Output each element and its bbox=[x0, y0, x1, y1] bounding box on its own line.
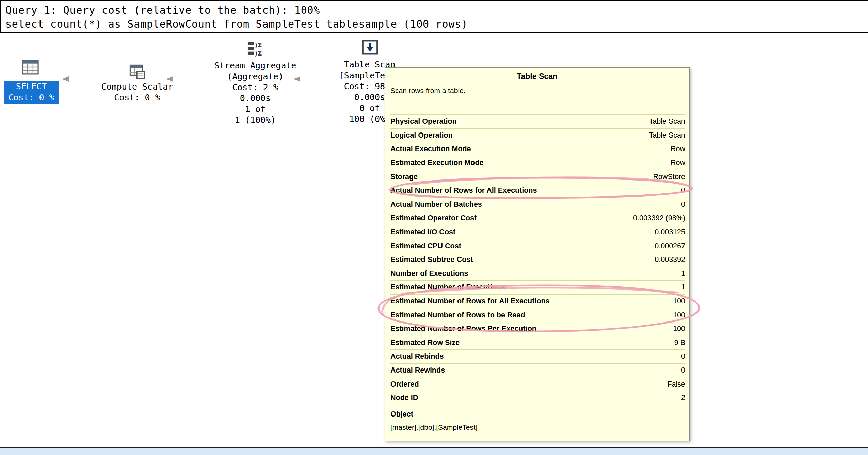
property-label: Estimated Row Size bbox=[390, 339, 460, 347]
property-label: Estimated Number of Rows to be Read bbox=[390, 311, 525, 319]
property-label: Estimated I/O Cost bbox=[390, 228, 455, 236]
property-row: Actual Execution ModeRow bbox=[390, 142, 685, 156]
property-label: Node ID bbox=[390, 394, 418, 402]
property-value: 0 bbox=[681, 186, 685, 195]
property-label: Actual Rebinds bbox=[390, 352, 444, 361]
property-value: 100 bbox=[673, 297, 685, 305]
property-value: Row bbox=[671, 159, 685, 167]
property-row: StorageRowStore bbox=[390, 170, 685, 184]
property-label: Logical Operation bbox=[390, 131, 453, 140]
property-value: 9 B bbox=[674, 339, 685, 347]
property-label: Ordered bbox=[390, 380, 419, 389]
property-label: Actual Number of Rows for All Executions bbox=[390, 186, 537, 195]
property-label: Estimated Number of Rows Per Execution bbox=[390, 325, 536, 333]
property-row: Estimated Row Size9 B bbox=[390, 336, 685, 350]
property-row: Number of Executions1 bbox=[390, 267, 685, 281]
property-row: Estimated Number of Rows to be Read100 bbox=[390, 308, 685, 322]
property-value: 2 bbox=[681, 394, 685, 402]
property-label: Actual Rewinds bbox=[390, 366, 445, 375]
property-value: RowStore bbox=[653, 173, 685, 181]
compute-scalar-icon bbox=[128, 63, 146, 81]
property-value: 0.003392 bbox=[655, 255, 685, 264]
svg-text:⟩Σ: ⟩Σ bbox=[255, 49, 262, 57]
property-label: Physical Operation bbox=[390, 117, 457, 126]
property-value: 100 bbox=[673, 325, 685, 333]
property-row: Physical OperationTable Scan bbox=[390, 115, 685, 129]
query-cost-line: Query 1: Query cost (relative to the bat… bbox=[5, 3, 868, 17]
property-row: Estimated Number of Rows for All Executi… bbox=[390, 295, 685, 309]
property-row: Estimated Execution ModeRow bbox=[390, 156, 685, 170]
tooltip-table-scan: Table Scan Scan rows from a table. Physi… bbox=[385, 67, 690, 441]
property-value: 0.003125 bbox=[655, 228, 685, 236]
execution-plan-page: Query 1: Query cost (relative to the bat… bbox=[0, 0, 868, 455]
svg-text:⟩Σ: ⟩Σ bbox=[255, 41, 262, 49]
property-value: 0 bbox=[681, 352, 685, 361]
property-label: Estimated Subtree Cost bbox=[390, 255, 473, 264]
tooltip-description: Scan rows from a table. bbox=[390, 87, 466, 95]
select-node-label[interactable]: SELECT Cost: 0 % bbox=[4, 81, 59, 104]
property-value: 1 bbox=[681, 283, 685, 292]
horizontal-scrollbar[interactable] bbox=[0, 448, 868, 455]
property-label: Actual Number of Batches bbox=[390, 200, 482, 209]
compute-scalar-label: Compute Scalar Cost: 0 % bbox=[86, 81, 188, 103]
select-result-icon bbox=[21, 58, 39, 76]
property-value: Row bbox=[671, 145, 685, 153]
property-row: Actual Number of Batches0 bbox=[390, 198, 685, 212]
stream-aggregate-icon: ⟩Σ ⟩Σ bbox=[246, 40, 264, 58]
property-label: Estimated CPU Cost bbox=[390, 242, 461, 250]
property-label: Estimated Execution Mode bbox=[390, 159, 484, 167]
property-label: Estimated Number of Rows for All Executi… bbox=[390, 297, 550, 305]
stream-aggregate-label: Stream Aggregate (Aggregate) Cost: 2 % 0… bbox=[204, 60, 306, 126]
header-divider bbox=[0, 32, 868, 33]
select-node-title: SELECT bbox=[4, 81, 59, 92]
property-label: Number of Executions bbox=[390, 269, 468, 278]
property-row: Logical OperationTable Scan bbox=[390, 129, 685, 143]
property-row: Estimated I/O Cost0.003125 bbox=[390, 225, 685, 239]
property-value: 0 bbox=[681, 200, 685, 209]
object-section-label: Object bbox=[390, 410, 413, 419]
object-name: [master].[dbo].[SampleTest] bbox=[390, 423, 478, 432]
property-label: Storage bbox=[390, 173, 418, 181]
property-row: OrderedFalse bbox=[390, 377, 685, 391]
property-row: Estimated CPU Cost0.000267 bbox=[390, 239, 685, 253]
property-value: 0 bbox=[681, 366, 685, 375]
property-label: Estimated Number of Executions bbox=[390, 283, 505, 292]
tooltip-property-list: Physical OperationTable Scan Logical Ope… bbox=[390, 114, 685, 405]
property-row: Estimated Subtree Cost0.003392 bbox=[390, 253, 685, 267]
property-value: Table Scan bbox=[649, 131, 685, 140]
arrow-select-compute-scalar bbox=[62, 76, 118, 82]
property-row: Node ID2 bbox=[390, 391, 685, 405]
property-value: 100 bbox=[673, 311, 685, 319]
property-row: Estimated Operator Cost0.003392 (98%) bbox=[390, 211, 685, 225]
property-row: Actual Rewinds0 bbox=[390, 364, 685, 378]
property-row: Actual Number of Rows for All Executions… bbox=[390, 184, 685, 198]
property-value: 0.003392 (98%) bbox=[633, 214, 685, 222]
property-value: 0.000267 bbox=[655, 242, 685, 250]
tooltip-title: Table Scan bbox=[385, 72, 689, 81]
property-label: Actual Execution Mode bbox=[390, 145, 471, 153]
property-row: Actual Rebinds0 bbox=[390, 350, 685, 364]
query-header: Query 1: Query cost (relative to the bat… bbox=[0, 0, 868, 32]
table-scan-icon bbox=[361, 39, 379, 56]
query-text-line: select count(*) as SampleRowCount from S… bbox=[5, 17, 868, 31]
property-value: 1 bbox=[681, 269, 685, 278]
property-value: False bbox=[667, 380, 685, 389]
property-row: Estimated Number of Executions1 bbox=[390, 281, 685, 295]
property-row: Estimated Number of Rows Per Execution10… bbox=[390, 322, 685, 336]
select-node-cost: Cost: 0 % bbox=[4, 92, 59, 103]
property-label: Estimated Operator Cost bbox=[390, 214, 477, 222]
property-value: Table Scan bbox=[649, 117, 685, 126]
